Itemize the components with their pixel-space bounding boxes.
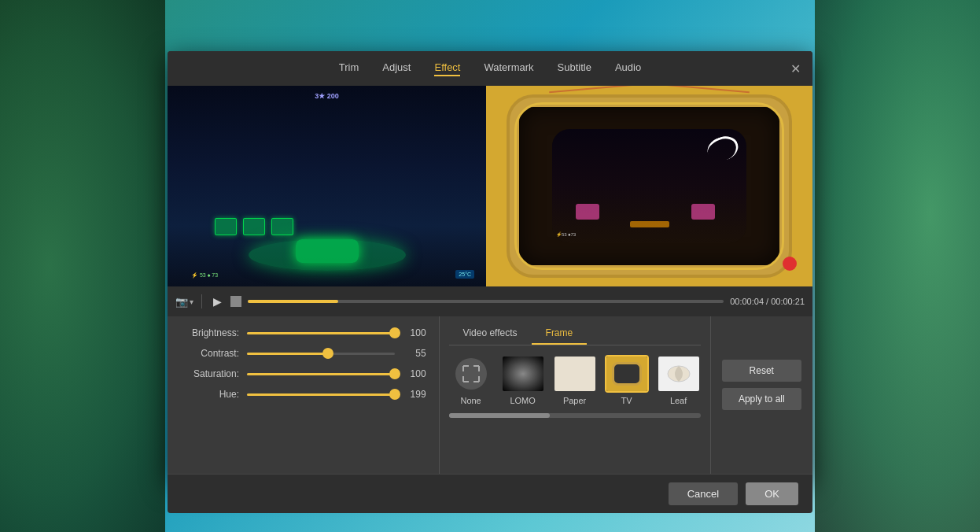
brightness-value: 100 bbox=[401, 327, 426, 338]
saturation-thumb[interactable] bbox=[389, 368, 400, 379]
leaf-icon bbox=[665, 360, 693, 388]
score-display: 3★ 200 bbox=[315, 92, 339, 100]
bg-plant-right bbox=[815, 0, 980, 532]
preview-original: 3★ 200 ⚡ 53 ♠ 73 25°C bbox=[168, 86, 486, 286]
adjustments-panel: Brightness: 100 Contrast: 55 Saturation: bbox=[168, 316, 439, 474]
effects-grid: None LOMO Paper bbox=[449, 355, 701, 405]
panel-3 bbox=[271, 218, 293, 235]
cancel-button[interactable]: Cancel bbox=[669, 482, 738, 505]
effect-leaf[interactable]: Leaf bbox=[657, 355, 701, 405]
hud-right: 25°C bbox=[455, 270, 474, 279]
brightness-row: Brightness: 100 bbox=[180, 327, 426, 338]
effect-label-paper: Paper bbox=[563, 396, 586, 405]
effect-thumb-paper[interactable] bbox=[553, 355, 597, 393]
effect-lomo[interactable]: LOMO bbox=[501, 355, 545, 405]
hue-fill bbox=[247, 393, 395, 396]
play-button[interactable]: ▶ bbox=[210, 294, 224, 308]
tv-inner-preview bbox=[612, 362, 642, 386]
divider-1 bbox=[201, 294, 202, 308]
saturation-label: Saturation: bbox=[180, 368, 239, 379]
contrast-slider[interactable] bbox=[247, 353, 395, 355]
camera-button[interactable]: 📷 ▾ bbox=[175, 296, 193, 308]
none-icon bbox=[455, 358, 487, 390]
reset-button[interactable]: Reset bbox=[722, 360, 801, 382]
effect-label-none: None bbox=[460, 396, 481, 405]
actions-panel: Reset Apply to all bbox=[710, 316, 812, 474]
effects-scrollbar[interactable] bbox=[449, 413, 701, 418]
contrast-fill bbox=[247, 353, 328, 355]
green-panels bbox=[215, 218, 293, 235]
leaf-preview bbox=[658, 357, 699, 391]
paper-preview bbox=[554, 357, 595, 391]
tv-antenna-left bbox=[549, 86, 643, 93]
tv-pink-2 bbox=[691, 204, 715, 220]
brightness-thumb[interactable] bbox=[389, 327, 400, 338]
contrast-label: Contrast: bbox=[180, 348, 239, 359]
contrast-row: Contrast: 55 bbox=[180, 348, 426, 359]
effects-panel: Video effects Frame bbox=[439, 316, 710, 474]
main-dialog: Trim Adjust Effect Watermark Subtitle Au… bbox=[168, 51, 812, 480]
tab-frame[interactable]: Frame bbox=[532, 324, 588, 345]
tv-frame: ⚡53 ♠73 bbox=[510, 98, 789, 275]
tv-antenna-right bbox=[655, 86, 750, 93]
tab-subtitle[interactable]: Subtitle bbox=[558, 61, 591, 76]
tab-video-effects[interactable]: Video effects bbox=[449, 324, 532, 345]
hud-left: ⚡ 53 ♠ 73 bbox=[191, 272, 218, 279]
tabs-container: Trim Adjust Effect Watermark Subtitle Au… bbox=[339, 61, 641, 76]
dialog-header: Trim Adjust Effect Watermark Subtitle Au… bbox=[168, 51, 812, 86]
hue-slider[interactable] bbox=[247, 393, 395, 396]
controls-bar: 📷 ▾ ▶ 00:00:04 / 00:00:21 bbox=[168, 286, 812, 316]
bg-plant-left bbox=[0, 0, 165, 532]
tv-white-arc bbox=[704, 132, 742, 165]
tv-hud-left: ⚡53 ♠73 bbox=[556, 231, 576, 237]
saturation-slider[interactable] bbox=[247, 373, 395, 375]
panel-1 bbox=[215, 218, 237, 235]
panel-2 bbox=[243, 218, 265, 235]
tab-adjust[interactable]: Adjust bbox=[382, 61, 411, 76]
effect-tv[interactable]: TV bbox=[605, 355, 649, 405]
corner-brackets-icon bbox=[459, 362, 483, 386]
ok-button[interactable]: OK bbox=[746, 482, 798, 505]
player-vehicle bbox=[296, 239, 359, 263]
effect-label-tv: TV bbox=[621, 396, 632, 405]
tab-audio[interactable]: Audio bbox=[615, 61, 641, 76]
effect-none[interactable]: None bbox=[449, 355, 493, 405]
brightness-slider[interactable] bbox=[247, 332, 395, 334]
lomo-preview bbox=[503, 357, 543, 391]
effect-thumb-none[interactable] bbox=[449, 355, 493, 393]
tv-center-bar bbox=[630, 221, 669, 227]
effect-thumb-tv[interactable] bbox=[605, 355, 649, 393]
effect-label-lomo: LOMO bbox=[510, 396, 535, 405]
effect-label-leaf: Leaf bbox=[670, 396, 687, 405]
tab-trim[interactable]: Trim bbox=[339, 61, 359, 76]
bottom-panel: Brightness: 100 Contrast: 55 Saturation: bbox=[168, 316, 812, 474]
apply-to-all-button[interactable]: Apply to all bbox=[722, 388, 801, 410]
hue-value: 199 bbox=[401, 389, 426, 400]
brightness-fill bbox=[247, 332, 395, 334]
effect-thumb-leaf[interactable] bbox=[657, 355, 701, 393]
stop-button[interactable] bbox=[230, 296, 241, 307]
progress-track[interactable] bbox=[248, 300, 724, 303]
tv-preview bbox=[606, 357, 647, 391]
time-display: 00:00:04 / 00:00:21 bbox=[730, 297, 805, 306]
tab-watermark[interactable]: Watermark bbox=[484, 61, 533, 76]
preview-effect: ⚡53 ♠73 bbox=[486, 86, 812, 286]
effect-paper[interactable]: Paper bbox=[553, 355, 597, 405]
contrast-value: 55 bbox=[401, 348, 426, 359]
close-button[interactable]: ✕ bbox=[787, 61, 803, 76]
tv-pink-1 bbox=[576, 204, 599, 220]
hue-row: Hue: 199 bbox=[180, 389, 426, 400]
saturation-value: 100 bbox=[401, 368, 426, 379]
saturation-row: Saturation: 100 bbox=[180, 368, 426, 379]
hue-thumb[interactable] bbox=[389, 389, 400, 400]
contrast-thumb[interactable] bbox=[322, 348, 333, 359]
effects-scroll-thumb[interactable] bbox=[449, 413, 550, 418]
tv-red-dot bbox=[783, 257, 797, 271]
game-original-content: 3★ 200 ⚡ 53 ♠ 73 25°C bbox=[168, 86, 486, 286]
hue-label: Hue: bbox=[180, 389, 239, 400]
effects-tabs: Video effects Frame bbox=[449, 324, 701, 345]
tab-effect[interactable]: Effect bbox=[434, 61, 460, 76]
effect-thumb-lomo[interactable] bbox=[501, 355, 545, 393]
dialog-footer: Cancel OK bbox=[168, 474, 812, 513]
progress-fill bbox=[248, 300, 338, 303]
